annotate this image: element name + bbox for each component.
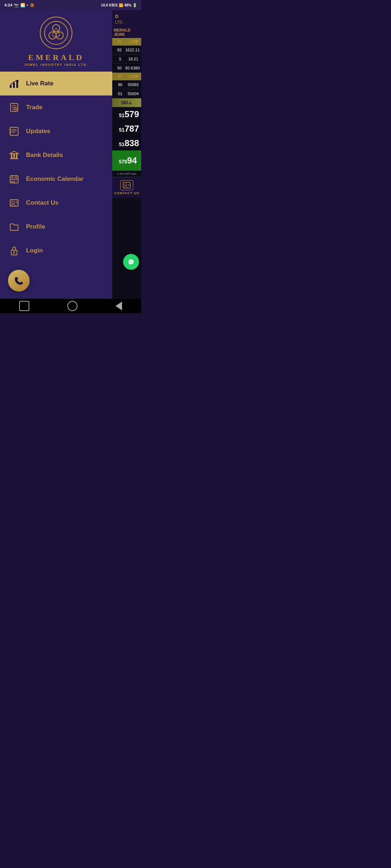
svg-point-44 [125,184,127,186]
right-subtitle: LTD. [115,20,138,24]
nav-bar [0,299,141,313]
rate2-2-col2: 55604 [127,92,140,96]
sidebar-item-live-rate[interactable]: Live Rate [0,72,112,95]
rate2-row-1: 86 50065 [112,80,141,89]
nav-home-button[interactable] [67,301,77,311]
right-panel: D LTD. MERALD JEWE H LOW 82 1622.11 5 18… [112,10,141,299]
logo-area: EMERALD JEWEL INDUSTRY INDIA LTD. [0,10,112,72]
folder-icon [8,221,20,233]
svg-rect-15 [10,127,18,135]
rates-header: H LOW [112,38,141,46]
updates-icon [8,125,20,137]
economic-calendar-label: Economic Calendar [26,175,84,183]
rate2-1-col1: 86 [114,82,127,87]
bank-icon [8,149,20,161]
svg-rect-4 [10,85,12,88]
bank-details-label: Bank Details [26,152,63,159]
rates2-header: H LOW [112,73,141,80]
trade-icon [8,101,20,114]
rate-row-3: 50 82.6380 [112,64,141,73]
company-name: MERALD JEWE [112,26,141,38]
bottom-section [0,263,112,300]
nav-recent-button[interactable] [19,301,29,311]
sidebar: EMERALD JEWEL INDUSTRY INDIA LTD. Live R… [0,10,112,299]
logo-text-emerald: EMERALD [28,53,84,62]
call-button[interactable] [8,270,30,292]
right-title: D [115,14,138,19]
status-bar: 4:24 📷 🌅 • 🔕 10.0 KB/S 📶 48% 🔋 [0,0,141,10]
rate-3-col1: 50 [114,66,125,70]
main-container: EMERALD JEWEL INDUSTRY INDIA LTD. Live R… [0,10,141,299]
svg-rect-31 [16,179,17,180]
rate2-1-col2: 50065 [127,82,140,87]
rate2-row-2: 01 55604 [112,89,141,98]
big-number-3: 51838 [112,136,141,150]
svg-point-35 [12,201,14,204]
live-rate-label: Live Rate [26,80,54,87]
nav-back-button[interactable] [115,302,122,310]
svg-rect-6 [16,81,18,88]
svg-rect-30 [13,179,15,180]
big-number-2: 51787 [112,122,141,136]
rate-3-col2: 82.6380 [125,66,140,70]
chart-icon [8,77,20,90]
sidebar-item-bank-details[interactable]: Bank Details [0,143,112,167]
gst-text: n 3% GST and [112,171,141,177]
contact-us-bottom-label: CONTACT US [114,191,139,195]
lock-icon [8,244,20,257]
whatsapp-button[interactable] [123,254,139,270]
right-header: D LTD. [112,10,141,26]
rates-col1-header: H [112,38,127,46]
updates-label: Updates [26,128,50,135]
logo-svg [43,20,69,46]
menu-list: Live Rate Trade [0,72,112,263]
login-label: Login [26,247,43,254]
sidebar-item-trade[interactable]: Trade [0,95,112,119]
rates2-col1-header: H [112,73,127,80]
svg-rect-21 [11,154,12,158]
sidebar-item-profile[interactable]: Profile [0,215,112,239]
rates-col2-header: LOW [127,38,141,46]
green-number: 57894 [114,153,139,168]
contact-icon [8,197,20,209]
svg-rect-29 [11,179,13,180]
rate-2-col2: 18.21 [127,57,140,61]
economic-calendar-icon [8,173,20,185]
rate-2-col1: 5 [114,57,127,61]
contact-us-icon-box [120,180,133,190]
rate2-2-col1: 01 [114,92,127,96]
whatsapp-icon [127,258,135,266]
svg-rect-32 [11,181,13,182]
trade-label: Trade [26,104,42,111]
rate-row-1: 82 1622.11 [112,46,141,55]
sidebar-item-contact-us[interactable]: Contact Us [0,191,112,215]
profile-label: Profile [26,223,45,230]
svg-rect-33 [13,181,15,182]
sell-header: SELL [112,98,141,107]
status-icons: 10.0 KB/S 📶 48% 🔋 [101,3,137,7]
svg-rect-24 [10,158,18,159]
svg-point-41 [14,251,15,252]
rate-row-2: 5 18.21 [112,55,141,64]
sidebar-item-updates[interactable]: Updates [0,119,112,143]
rates2-col2-header: LOW [127,73,141,80]
rate-1-col2: 1622.11 [125,48,140,52]
logo-circle [40,17,72,49]
svg-rect-5 [13,83,15,88]
contact-us-icon [123,182,131,188]
svg-rect-22 [13,154,15,158]
status-time: 4:24 📷 🌅 • 🔕 [4,3,35,8]
rate-1-col1: 82 [114,48,125,52]
sidebar-item-economic-calendar[interactable]: Economic Calendar [0,167,112,191]
green-number-row: 57894 [112,150,141,171]
big-number-1: 51579 [112,107,141,122]
contact-us-bottom[interactable]: CONTACT US [112,177,141,198]
logo-text-sub: JEWEL INDUSTRY INDIA LTD. [24,63,88,67]
svg-rect-23 [16,154,17,158]
contact-us-label: Contact Us [26,199,59,207]
svg-marker-20 [10,151,18,154]
phone-icon [14,276,24,285]
sidebar-item-login[interactable]: Login [0,239,112,263]
